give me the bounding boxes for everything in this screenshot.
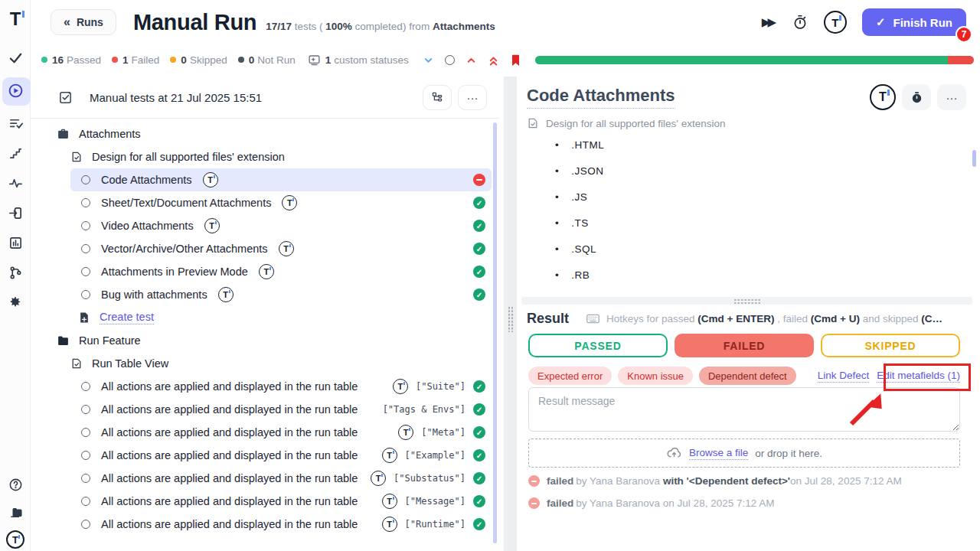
nav-help-icon[interactable]	[0, 470, 31, 499]
browse-file-link[interactable]: Browse a file	[689, 447, 748, 460]
custom-status-icon	[308, 54, 321, 67]
fast-forward-icon[interactable]: ▶▶	[762, 15, 776, 29]
file-dropzone[interactable]: Browse a file or drop it here.	[528, 439, 960, 468]
progress-green	[535, 56, 948, 64]
tree-scrollbar[interactable]	[493, 122, 497, 543]
tree-view-button[interactable]	[423, 85, 452, 110]
tree-file-design[interactable]: Design for all supported files' extensio…	[31, 145, 492, 168]
tree-file-run-table-view[interactable]: Run Table View	[31, 352, 492, 375]
create-test-row[interactable]: Create test	[31, 306, 492, 329]
tree-more-button[interactable]: ···	[458, 85, 487, 110]
list-item: .JS	[517, 184, 957, 210]
test-tag: ["Example"]	[405, 450, 466, 461]
tree-header: Manual tests at 21 Jul 2025 15:51 ···	[31, 77, 499, 119]
nav-branches-icon[interactable]	[0, 258, 31, 287]
test-badge-icon[interactable]: T	[870, 84, 896, 110]
result-message-input[interactable]	[528, 387, 960, 432]
testomat-badge-icon: T	[398, 425, 413, 440]
nav-milestones-icon[interactable]	[0, 139, 31, 168]
link-defect-link[interactable]: Link Defect	[818, 370, 870, 383]
testomat-badge-icon: T	[382, 517, 397, 532]
edit-metafields-link[interactable]: Edit metafields (1)	[877, 370, 960, 383]
suite-icon	[57, 128, 70, 141]
nav-settings-icon[interactable]	[0, 288, 31, 317]
test-tag: ["Tags & Envs"]	[383, 404, 466, 415]
tree-test-run-table[interactable]: All actions are applied and displayed in…	[31, 490, 492, 513]
nav-activity-icon[interactable]	[0, 168, 31, 197]
folder-icon	[57, 334, 70, 347]
tree-test-sheet-attachments[interactable]: Sheet/Text/Document Attachments T ✓	[31, 191, 492, 214]
failed-button[interactable]: FAILED	[675, 334, 814, 357]
cloud-upload-icon	[666, 445, 682, 461]
passed-status-icon: ✓	[473, 518, 485, 530]
tree-test-run-table[interactable]: All actions are applied and displayed in…	[31, 375, 492, 398]
test-tag: ["Message"]	[405, 496, 466, 507]
chevron-down-icon[interactable]	[423, 54, 434, 66]
list-item: .RB	[517, 262, 957, 288]
nav-runs-icon[interactable]	[0, 73, 31, 108]
bookmark-icon[interactable]	[510, 54, 521, 67]
pill-dependent-defect[interactable]: Dependent defect	[699, 367, 796, 385]
source-suite: Attachments	[433, 21, 495, 32]
test-breadcrumb: Design for all supported files' extensio…	[527, 117, 725, 129]
timer-icon[interactable]	[792, 14, 808, 31]
tree-test-video-attachments[interactable]: Video Attachments T ✓	[31, 214, 492, 237]
panel-resizer-vertical[interactable]	[504, 77, 517, 551]
passed-button[interactable]: PASSED	[528, 334, 668, 357]
tree-test-run-table[interactable]: All actions are applied and displayed in…	[31, 513, 492, 536]
tree-test-vector-attachments[interactable]: Vector/Archive/Other Attachments T ✓	[31, 237, 492, 260]
failed-minus-icon	[528, 497, 540, 509]
tree-suite-run-feature[interactable]: Run Feature	[31, 329, 492, 352]
tree-test-run-table[interactable]: All actions are applied and displayed in…	[31, 398, 492, 421]
run-progress-bar	[535, 56, 974, 64]
page-title: Manual Run	[133, 10, 256, 35]
tree-test-run-table[interactable]: All actions are applied and displayed in…	[31, 421, 492, 444]
testomat-badge-icon: T	[218, 287, 234, 302]
status-summary-row: 16Passed 1Failed 0Skipped 0Not Run 1cust…	[31, 47, 980, 72]
result-heading: Result	[527, 311, 569, 327]
profile-logo-icon[interactable]: T	[0, 528, 31, 551]
skipped-button[interactable]: SKIPPED	[821, 334, 960, 357]
test-more-button[interactable]: ···	[937, 84, 966, 110]
pill-known-issue[interactable]: Known issue	[618, 367, 693, 385]
drag-handle-dots	[508, 306, 514, 332]
tree-test-preview-mode[interactable]: Attachments in Preview Mode T ✓	[31, 260, 492, 283]
passed-status-icon: ✓	[473, 495, 485, 507]
test-tag: ["Runtime"]	[405, 519, 466, 530]
back-to-runs-button[interactable]: « Runs	[51, 9, 116, 35]
tree-suite-attachments[interactable]: Attachments	[31, 122, 492, 145]
file-check-icon	[70, 151, 83, 163]
tree-test-code-attachments[interactable]: Code Attachments T	[70, 168, 492, 191]
test-title[interactable]: Code Attachments	[527, 86, 675, 109]
notrun-dot	[238, 57, 244, 63]
panel-resizer-horizontal[interactable]	[521, 297, 972, 305]
top-bar: « Runs Manual Run 17/17 tests ( 100% com…	[31, 0, 980, 77]
create-test-link[interactable]: Create test	[100, 311, 154, 324]
test-tree-panel: Manual tests at 21 Jul 2025 15:51 ··· At…	[31, 77, 499, 551]
radio-icon	[81, 290, 90, 299]
list-item: .JSON	[517, 158, 957, 184]
tree-test-run-table[interactable]: All actions are applied and displayed in…	[31, 444, 492, 467]
list-item: .HTML	[517, 132, 957, 158]
description-scrollbar[interactable]	[972, 150, 976, 167]
tree-test-bug-attachments[interactable]: Bug with attachments T ✓	[31, 283, 492, 306]
custom-count: 1	[325, 54, 332, 66]
history-entry: failed by Yana Baranova on Jul 28, 2025 …	[528, 497, 972, 509]
double-caret-up-icon[interactable]	[488, 54, 499, 67]
project-logo-icon[interactable]: T	[824, 11, 847, 34]
tree-test-run-table[interactable]: All actions are applied and displayed in…	[31, 467, 492, 490]
file-plus-icon	[78, 311, 90, 324]
app-logo-icon[interactable]: T	[0, 0, 31, 38]
finish-run-button[interactable]: ✓ Finish Run 7	[862, 8, 966, 36]
pill-expected-error[interactable]: Expected error	[528, 367, 612, 385]
nav-projects-icon[interactable]	[0, 499, 31, 528]
nav-plans-icon[interactable]	[0, 109, 31, 138]
timer-button[interactable]	[902, 84, 931, 110]
nav-tests-icon[interactable]	[0, 43, 31, 72]
test-detail-panel: Code Attachments T ··· Design for all su…	[517, 77, 980, 551]
circle-filter-icon[interactable]	[445, 55, 455, 65]
nav-analytics-icon[interactable]	[0, 228, 31, 257]
back-chevron-icon: «	[64, 15, 70, 29]
nav-import-icon[interactable]	[0, 198, 31, 227]
caret-up-icon[interactable]	[466, 54, 477, 66]
